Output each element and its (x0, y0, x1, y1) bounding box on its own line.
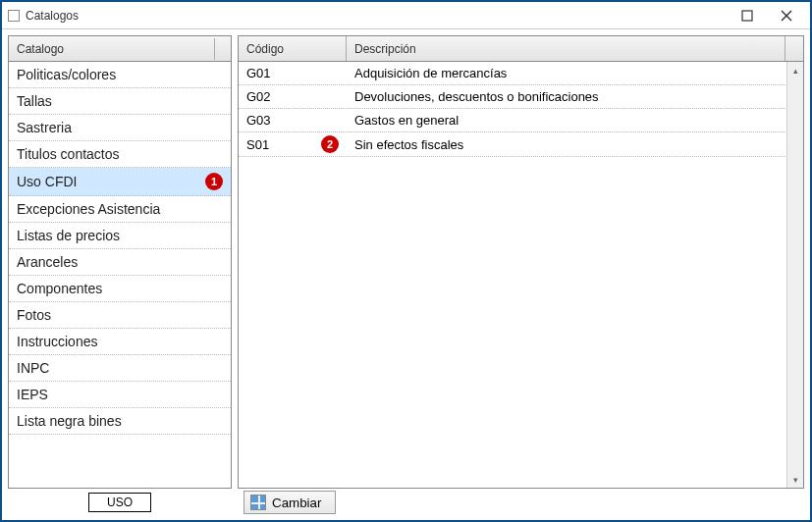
annotation-badge: 1 (205, 173, 223, 190)
close-button[interactable] (767, 3, 806, 28)
annotation-badge: 2 (321, 135, 339, 153)
catalog-panel: Catalogo Politicas/coloresTallasSastreri… (8, 35, 232, 489)
table-row[interactable]: G03Gastos en general (239, 109, 803, 132)
cell-code: G01 (246, 66, 271, 80)
catalog-item[interactable]: INPC (9, 355, 231, 382)
grid-header-code[interactable]: Código (239, 36, 347, 61)
catalog-item-label: Sastreria (17, 120, 72, 135)
title-bar: Catalogos (2, 2, 810, 29)
catalog-item[interactable]: Tallas (9, 88, 231, 115)
close-icon (781, 10, 792, 22)
catalog-item[interactable]: Lista negra bines (9, 408, 231, 435)
grid-header-row: Código Descripción (239, 36, 803, 62)
cambiar-button-label: Cambiar (272, 496, 321, 510)
catalog-item[interactable]: Excepciones Asistencia (9, 196, 231, 223)
app-window: Catalogos Catalogo Politicas/coloresTall… (0, 0, 812, 522)
catalog-item-label: Uso CFDI (17, 174, 77, 189)
grid-icon (250, 495, 266, 510)
footer: USO Cambiar (2, 489, 810, 520)
uso-button[interactable]: USO (88, 493, 151, 512)
cell-desc: Adquisición de mercancías (347, 63, 803, 83)
body: Catalogo Politicas/coloresTallasSastreri… (2, 29, 810, 489)
scroll-down-icon[interactable]: ▾ (787, 471, 803, 488)
catalog-item[interactable]: Listas de precios (9, 223, 231, 249)
catalog-item-label: Aranceles (17, 254, 78, 270)
catalog-item-label: INPC (17, 360, 49, 376)
cell-desc: Sin efectos fiscales (347, 134, 803, 155)
app-icon (8, 10, 20, 22)
catalog-item-label: Lista negra bines (17, 413, 122, 429)
window-title: Catalogos (26, 9, 79, 23)
grid-header-code-label: Código (246, 42, 284, 56)
catalog-item-label: IEPS (17, 387, 48, 402)
table-row[interactable]: G01Adquisición de mercancías (239, 62, 803, 85)
catalog-header-row: Catalogo (9, 36, 231, 62)
grid-body[interactable]: G01Adquisición de mercancíasG02Devolucio… (239, 62, 803, 488)
catalog-item[interactable]: Componentes (9, 276, 231, 302)
catalog-item-label: Titulos contactos (17, 146, 120, 162)
table-row[interactable]: S012Sin efectos fiscales (239, 132, 803, 157)
catalog-item[interactable]: Instrucciones (9, 329, 231, 355)
catalog-item-label: Listas de precios (17, 228, 120, 243)
cell-code: G03 (246, 113, 271, 128)
scroll-up-icon[interactable]: ▴ (787, 62, 803, 78)
cell-code: G02 (246, 89, 271, 104)
maximize-button[interactable] (728, 3, 767, 28)
catalog-item[interactable]: Fotos (9, 302, 231, 329)
catalog-item-label: Fotos (17, 307, 51, 323)
catalog-list[interactable]: Politicas/coloresTallasSastreriaTitulos … (9, 62, 231, 488)
grid-header-scroll (785, 36, 803, 61)
cell-desc: Devoluciones, descuentos o bonificacione… (347, 86, 803, 107)
cambiar-button[interactable]: Cambiar (244, 491, 336, 514)
grid-scrollbar[interactable]: ▴ ▾ (786, 62, 803, 488)
catalog-item-label: Componentes (17, 281, 102, 296)
svg-rect-0 (742, 11, 752, 21)
uso-button-label: USO (107, 496, 133, 509)
grid-header-desc[interactable]: Descripción (347, 36, 785, 61)
catalog-item[interactable]: Aranceles (9, 249, 231, 276)
grid-panel: Código Descripción G01Adquisición de mer… (238, 35, 804, 489)
catalog-item-label: Excepciones Asistencia (17, 201, 160, 217)
catalog-item-label: Politicas/colores (17, 67, 116, 82)
catalog-item[interactable]: Titulos contactos (9, 141, 231, 168)
grid-header-desc-label: Descripción (354, 42, 416, 56)
cell-desc: Gastos en general (347, 110, 803, 130)
catalog-item[interactable]: Politicas/colores (9, 62, 231, 88)
catalog-item-label: Tallas (17, 93, 52, 109)
cell-code: S01 (246, 137, 269, 152)
maximize-icon (741, 10, 753, 22)
catalog-item-label: Instrucciones (17, 334, 97, 349)
catalog-item[interactable]: Sastreria (9, 115, 231, 141)
catalog-item[interactable]: Uso CFDI1 (9, 168, 231, 196)
catalog-header[interactable]: Catalogo (9, 38, 215, 60)
catalog-header-label: Catalogo (17, 42, 64, 56)
table-row[interactable]: G02Devoluciones, descuentos o bonificaci… (239, 85, 803, 109)
catalog-item[interactable]: IEPS (9, 382, 231, 408)
